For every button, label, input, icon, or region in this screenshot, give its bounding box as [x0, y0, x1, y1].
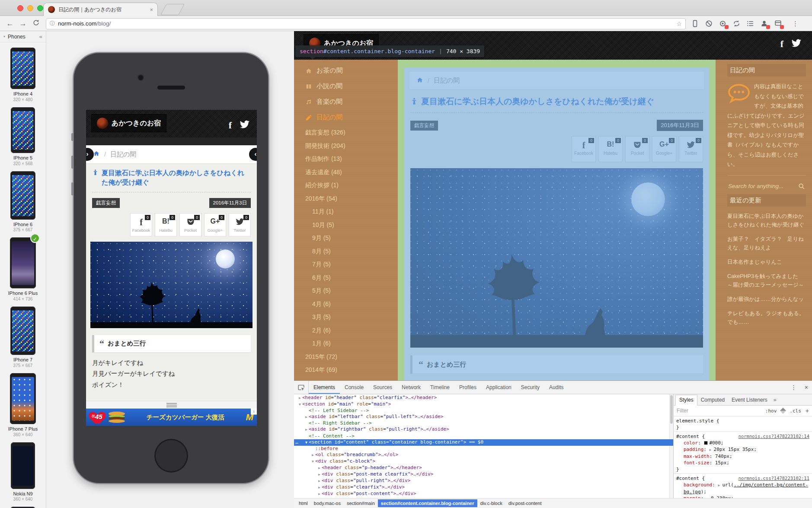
dom-crumb[interactable]: body.mac-os — [311, 499, 344, 507]
archive-link[interactable]: 9月 (5) — [305, 234, 393, 242]
archive-link[interactable]: 11月 (1) — [305, 208, 393, 216]
nav-item-book[interactable]: 小説の間 — [305, 82, 393, 90]
devtools-menu-icon[interactable]: ⋮ — [787, 384, 801, 391]
tree-row[interactable]: ▶<div class="pull-right">…</div> — [294, 478, 673, 484]
archive-link[interactable]: 4月 (6) — [305, 300, 393, 308]
dom-crumb[interactable]: html — [296, 499, 311, 507]
account-extension-icon[interactable] — [760, 19, 768, 28]
archive-link[interactable]: 3月 (5) — [305, 313, 393, 321]
new-tab-button[interactable] — [160, 4, 185, 15]
class-toggle[interactable]: .cls — [790, 408, 801, 414]
devtools-tab-console[interactable]: Console — [340, 381, 368, 394]
css-property[interactable]: color: #000; — [676, 440, 809, 446]
archive-link[interactable]: 5月 (5) — [305, 287, 393, 295]
device-panel-header[interactable]: ▾ Phones « — [0, 31, 46, 42]
share-button-gplus[interactable]: 0G+Google+ — [204, 213, 226, 236]
close-window-button[interactable] — [17, 5, 23, 11]
css-property[interactable]: font-size: 15px; — [676, 460, 809, 466]
device-extension-icon[interactable] — [691, 19, 699, 28]
dom-crumb[interactable]: section#content.container.blog-container — [378, 499, 477, 507]
tree-row[interactable]: ▶<aside id="leftbar" class="pull-left">…… — [294, 414, 673, 420]
ad-banner[interactable]: 祝 45 チーズカツバーガー 大復活 M i — [86, 409, 257, 426]
panel-expand-right-icon[interactable]: ‹ — [249, 148, 257, 161]
recent-post-link[interactable]: 誰が最強かは……分からんなッ — [727, 295, 806, 304]
tree-row[interactable]: ▶<div class="post-meta clearfix">…</div> — [294, 471, 673, 478]
archive-link[interactable]: 2月 (6) — [305, 327, 393, 335]
share-button-pocket[interactable]: 0Pocket — [179, 213, 201, 236]
twitter-icon[interactable] — [240, 119, 250, 131]
dom-crumb[interactable]: div.c-block — [477, 499, 505, 507]
recent-post-link[interactable]: お菓子？ イタズラ？ 足りねえな、足りねえよ — [727, 235, 806, 252]
devtools-tab-sources[interactable]: Sources — [368, 381, 397, 394]
sidebar-tab-styles[interactable]: Styles — [675, 395, 697, 406]
filter-input[interactable]: Filter — [677, 408, 761, 414]
category-link[interactable]: 作品制作 (13) — [305, 155, 393, 163]
archive-link[interactable]: 8月 (5) — [305, 248, 393, 256]
more-tabs-icon[interactable]: » — [774, 397, 777, 405]
facebook-icon[interactable]: f — [780, 38, 783, 50]
stylesheet-link[interactable]: normnois.css?1478223102:11 — [738, 475, 809, 482]
tree-row[interactable]: ▶<ol class="breadcrumb">…</ol> — [294, 452, 673, 458]
home-button[interactable] — [156, 440, 187, 471]
devtools-tab-audits[interactable]: Audits — [544, 381, 568, 394]
nav-item-music[interactable]: 音楽の間 — [305, 98, 393, 106]
ad-choices-icon[interactable]: i — [251, 409, 257, 415]
home-icon[interactable] — [93, 150, 100, 159]
devtools-tab-elements[interactable]: Elements — [309, 381, 340, 394]
twitter-icon[interactable] — [791, 38, 802, 50]
back-button[interactable]: ← — [3, 19, 16, 28]
tree-row[interactable]: …▼<section id="content" class="container… — [294, 439, 673, 446]
nav-item-home[interactable]: お茶の間 — [305, 67, 393, 75]
recent-post-link[interactable]: CakePHP3を触ってみました ～届け愛のエラーメッセージ～ — [727, 272, 806, 289]
tree-row[interactable]: ::before — [294, 446, 673, 452]
device-item[interactable]: ✓IPhone 6 Plus414 × 736 — [0, 232, 46, 301]
tree-row[interactable]: <!-- Right Sidebar --> — [294, 420, 673, 426]
device-item[interactable]: Samsung Galaxy S3 — [0, 502, 46, 508]
device-item[interactable]: IPhone 4320 × 480 — [0, 42, 46, 102]
window-controls[interactable] — [17, 5, 43, 11]
drag-handle[interactable] — [86, 401, 257, 409]
device-item[interactable]: Nokia N9360 × 640 — [0, 437, 46, 502]
tree-row[interactable]: ▼<section id="main" role="main"> — [294, 401, 673, 408]
archive-link[interactable]: 2014年 (69) — [305, 366, 393, 374]
css-property[interactable]: background: ▶url(../img/content-bg/conte… — [676, 482, 809, 495]
tree-row[interactable]: ▶<div class="post-content">…</div> — [294, 491, 673, 497]
inspect-element-button[interactable] — [294, 381, 309, 394]
tree-row[interactable]: ▶<aside id="rightbar" class="pull-right"… — [294, 426, 673, 433]
browser-tab[interactable]: 日記の間｜あかつきのお宿 × — [43, 3, 158, 16]
stylesheet-link[interactable]: normnois.css?1478223102:14 — [738, 433, 809, 440]
archive-link[interactable]: 2016年 (54) — [305, 195, 393, 203]
sidebar-tab-event-listeners[interactable]: Event Listeners — [728, 395, 771, 405]
device-item[interactable]: IPhone 5320 × 568 — [0, 102, 46, 166]
browser-menu-icon[interactable]: ⋮ — [792, 20, 799, 28]
grid-extension-icon[interactable] — [774, 19, 782, 28]
archive-link[interactable]: 1月 (6) — [305, 340, 393, 348]
device-item[interactable]: IPhone 7375 × 667 — [0, 301, 46, 368]
page-info-icon[interactable]: ⓘ — [50, 20, 55, 27]
share-button-hatebu[interactable]: 0B!Hatebu — [155, 213, 177, 236]
tree-row[interactable]: ▶<header id="header" class="clearfix">…<… — [294, 395, 673, 401]
recent-post-link[interactable]: テレビもある。ラジオもある。でも…… — [727, 309, 806, 326]
tree-row[interactable]: ▶<div class="clearfix">…</div> — [294, 484, 673, 491]
collapse-panel-icon[interactable]: « — [39, 33, 42, 40]
archive-link[interactable]: 2015年 (72) — [305, 353, 393, 361]
tree-row[interactable]: ▶<div class="gad">…</div> — [294, 498, 673, 498]
sidebar-tab-computed[interactable]: Computed — [697, 395, 728, 405]
devtools-close-icon[interactable]: × — [801, 384, 812, 391]
share-button-twitter[interactable]: 0Twitter — [229, 213, 251, 236]
device-item[interactable]: IPhone 6375 × 667 — [0, 166, 46, 233]
tab-close-icon[interactable]: × — [150, 6, 153, 13]
search-box[interactable]: Search for anything... — [727, 181, 806, 194]
hover-state-toggle[interactable]: :hov — [765, 408, 777, 414]
zoom-window-button[interactable] — [37, 5, 43, 11]
color-format-icon[interactable] — [780, 408, 786, 414]
device-item[interactable]: IPhone 7 Plus360 × 640 — [0, 368, 46, 437]
bookmark-star-icon[interactable]: ☆ — [676, 20, 682, 27]
devtools-tab-application[interactable]: Application — [481, 381, 516, 394]
tree-row[interactable]: ▼<div class="c-block"> — [294, 458, 673, 465]
category-link[interactable]: 過去遺産 (48) — [305, 169, 393, 176]
post-title[interactable]: 夏目漱石に学ぶ日本人の奥ゆかしさをひねくれた俺が受け継ぐ — [92, 168, 251, 192]
minimize-window-button[interactable] — [27, 5, 33, 11]
site-logo[interactable]: あかつきのお宿 — [91, 114, 166, 132]
devtools-tab-security[interactable]: Security — [516, 381, 544, 394]
